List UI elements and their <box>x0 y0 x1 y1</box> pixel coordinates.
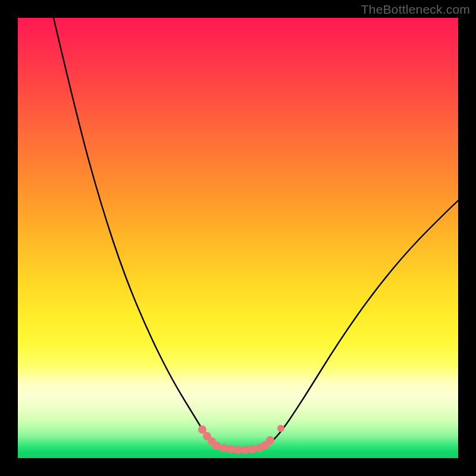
marker-dot <box>212 441 221 450</box>
marker-dot <box>241 446 249 454</box>
marker-dot <box>234 446 242 454</box>
chart-svg <box>18 18 458 458</box>
marker-dot <box>227 445 235 453</box>
marker-dot <box>266 436 274 444</box>
marker-dot <box>277 425 284 432</box>
marker-dot <box>248 445 256 453</box>
bottleneck-curve <box>54 18 458 450</box>
watermark-text: TheBottleneck.com <box>361 2 470 17</box>
chart-frame: TheBottleneck.com <box>0 0 476 476</box>
plot-area <box>18 18 458 458</box>
marker-dot <box>220 444 228 452</box>
marker-group <box>198 425 284 454</box>
